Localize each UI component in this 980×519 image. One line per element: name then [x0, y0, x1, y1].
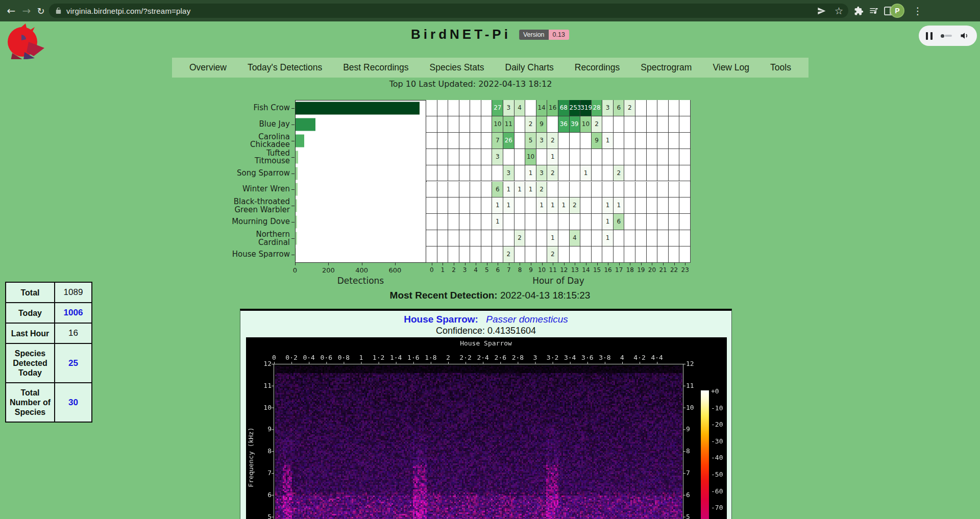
nav-tools[interactable]: Tools	[770, 62, 791, 73]
heatmap-cell: 14	[536, 100, 548, 116]
reload-icon[interactable]: ↻	[34, 0, 48, 21]
profile-avatar[interactable]: P	[890, 4, 904, 18]
heatmap-cell: 2	[525, 116, 536, 133]
heatmap-cell	[669, 133, 680, 149]
hour-tick-label: 4	[471, 266, 481, 274]
heatmap-cell: 10	[525, 149, 536, 165]
audio-scrubber[interactable]	[941, 34, 952, 38]
heatmap-cell	[503, 230, 514, 246]
heatmap-cell	[614, 230, 625, 246]
send-icon[interactable]	[817, 6, 826, 16]
heatmap-cell: 11	[503, 116, 514, 133]
hour-tick-label: 10	[537, 266, 547, 274]
nav-species-stats[interactable]: Species Stats	[430, 62, 484, 73]
heatmap-cell	[459, 165, 471, 182]
heatmap-cell: 4	[514, 100, 526, 116]
heatmap-cell: 1	[602, 197, 614, 214]
bookmark-star-icon[interactable]: ☆	[835, 5, 843, 16]
heatmap-cell	[647, 197, 658, 214]
forward-icon[interactable]: →	[19, 0, 34, 21]
heatmap-cell	[592, 214, 603, 230]
heatmap-cell	[470, 165, 481, 182]
heatmap-cell	[679, 100, 691, 116]
heatmap-cell: 2	[536, 182, 548, 198]
heatmap-cell	[592, 230, 603, 246]
heatmap-cell	[635, 197, 647, 214]
heatmap-cell	[481, 133, 493, 149]
nav-todays-detections[interactable]: Today's Detections	[248, 62, 322, 73]
audio-player[interactable]	[919, 26, 977, 46]
species-label: Mourning Dove	[230, 218, 290, 227]
nav-view-log[interactable]: View Log	[713, 62, 749, 73]
heatmap-cell	[448, 100, 459, 116]
heatmap-cell: 1	[547, 230, 558, 246]
species-label: Carolina Chickadee	[230, 133, 290, 149]
volume-icon[interactable]	[960, 31, 970, 41]
axis-tick	[362, 263, 362, 265]
heatmap-cell	[657, 214, 669, 230]
heatmap-cell	[481, 165, 493, 182]
species-label: Fish Crow	[230, 104, 290, 112]
heatmap-cell	[602, 165, 614, 182]
stats-value-2: 16	[55, 323, 92, 343]
stats-value-3[interactable]: 25	[55, 343, 92, 383]
heatmap-cell	[635, 100, 647, 116]
media-queue-icon[interactable]	[866, 0, 881, 21]
heatmap-cell	[602, 149, 614, 165]
detection-species[interactable]: House Sparrow:	[404, 314, 478, 325]
heatmap-cell	[437, 246, 449, 263]
heatmap-cell	[580, 246, 592, 263]
heatmap-cell: 6	[614, 214, 625, 230]
stats-value-4[interactable]: 30	[55, 383, 92, 422]
axis-tick	[531, 263, 531, 265]
axis-tick	[291, 125, 295, 125]
heatmap-cell	[459, 230, 471, 246]
species-label: Black-throated Green Warbler	[230, 198, 290, 214]
bar	[296, 151, 298, 163]
axis-tick-label: 600	[385, 266, 405, 274]
heatmap-cell	[570, 165, 581, 182]
heatmap-cell	[536, 230, 548, 246]
stats-value-1[interactable]: 1006	[55, 303, 92, 323]
bar	[296, 183, 298, 196]
nav-spectrogram[interactable]: Spectrogram	[641, 62, 692, 73]
heatmap-cell	[481, 230, 493, 246]
nav-best-recordings[interactable]: Best Recordings	[343, 62, 408, 73]
axis-tick	[498, 263, 498, 265]
axis-tick	[291, 189, 295, 190]
heatmap-cell	[470, 133, 481, 149]
heatmap-cell	[437, 149, 449, 165]
species-label: Northern Cardinal	[230, 231, 290, 246]
axis-tick	[476, 263, 476, 265]
heatmap-cell	[657, 182, 669, 198]
heatmap-cell: 1	[558, 197, 570, 214]
heatmap-cell	[580, 182, 592, 198]
hour-tick-label: 1	[437, 266, 448, 274]
heatmap-cell	[426, 182, 437, 198]
heatmap-cell	[481, 197, 493, 214]
heatmap-cell: 2	[547, 165, 558, 182]
heatmap-cell	[459, 149, 471, 165]
heatmap-cell	[536, 149, 548, 165]
heatmap-cell	[426, 149, 437, 165]
heatmap-cell: 6	[614, 100, 625, 116]
back-icon[interactable]: ←	[4, 0, 18, 21]
axis-tick	[542, 263, 543, 265]
extensions-icon[interactable]	[851, 0, 866, 21]
url-bar[interactable]: virginia.birdnetpi.com/?stream=play ☆	[49, 4, 848, 18]
hour-tick-label: 3	[460, 266, 470, 274]
nav-overview[interactable]: Overview	[189, 62, 227, 73]
pause-icon[interactable]	[926, 32, 933, 40]
nav-recordings[interactable]: Recordings	[575, 62, 620, 73]
heatmap-cell	[536, 246, 548, 263]
axis-tick	[619, 263, 620, 265]
heatmap-cell	[614, 182, 625, 198]
heatmap-cell	[448, 230, 459, 246]
hour-tick-label: 14	[581, 266, 591, 274]
version-value: 0.13	[549, 30, 569, 40]
heatmap-cell: 1	[602, 230, 614, 246]
nav-daily-charts[interactable]: Daily Charts	[505, 62, 554, 73]
url-text[interactable]: virginia.birdnetpi.com/?stream=play	[66, 7, 190, 15]
heatmap-cell	[426, 197, 437, 214]
browser-menu-icon[interactable]: ⋮	[912, 0, 924, 21]
